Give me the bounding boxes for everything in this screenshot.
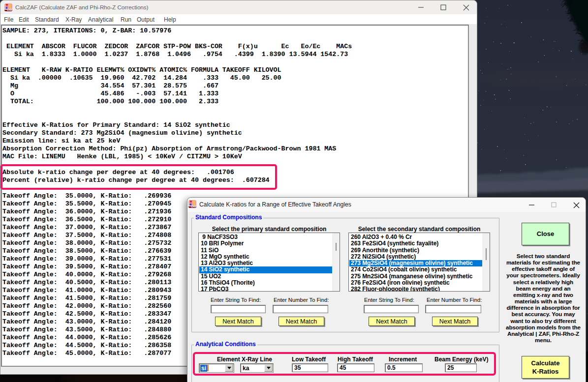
svg-text:ZAF: ZAF [191,205,196,208]
svg-text:ZAF: ZAF [7,8,12,11]
